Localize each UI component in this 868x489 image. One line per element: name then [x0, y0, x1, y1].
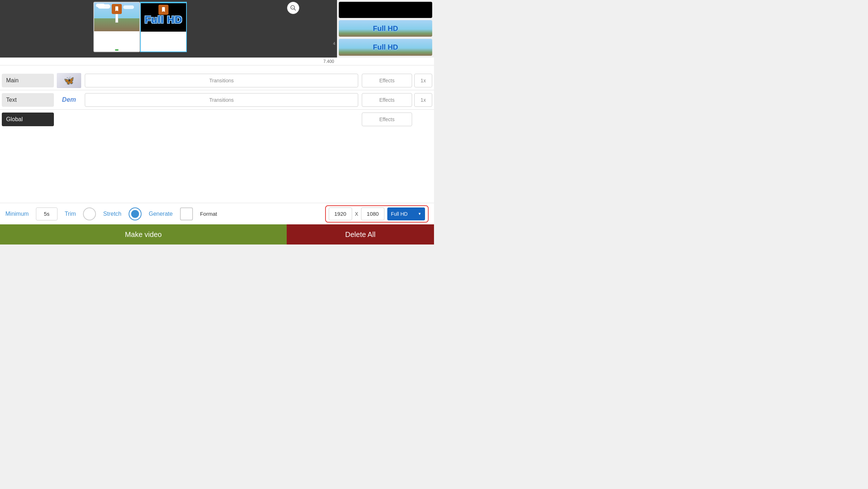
clip-1[interactable]	[93, 2, 140, 52]
preview-fullhd-text-2: Full HD	[339, 39, 432, 56]
global-effects-button[interactable]: Effects	[362, 113, 412, 126]
pin-icon	[114, 6, 120, 12]
format-section: X Full HD	[325, 205, 429, 223]
full-hd-text: Full HD	[141, 14, 186, 26]
stretch-label: Stretch	[103, 211, 121, 217]
resolution-dropdown[interactable]: Full HD	[387, 207, 425, 220]
preview-fullhd-text-1: Full HD	[339, 20, 432, 37]
text-speed-button[interactable]: 1x	[414, 93, 432, 107]
main-transitions-button[interactable]: Transitions	[85, 74, 358, 87]
timeline-track: Full HD +	[0, 0, 319, 58]
butterfly-thumbnail: 🦋	[57, 73, 81, 88]
text-track-row: Text Dem Transitions Effects 1x	[0, 90, 434, 110]
timestamp-value: 7.400	[323, 59, 334, 64]
timeline-area: Full HD + 4 Full HD	[0, 0, 434, 58]
cloud-2	[96, 4, 105, 7]
generate-label: Generate	[149, 211, 173, 217]
svg-line-1	[294, 9, 296, 10]
minimum-input[interactable]	[36, 207, 57, 220]
text-effects-button[interactable]: Effects	[362, 93, 412, 107]
timeline-ruler: 4	[319, 0, 337, 58]
magnifier-button[interactable]: +	[287, 2, 299, 14]
preview-label-2: Full HD	[373, 43, 398, 51]
tracks-area: Main 🦋 Transitions Effects 1x Text Dem T…	[0, 65, 434, 203]
timeline-clips: Full HD	[0, 0, 319, 58]
clip-pin-1[interactable]	[112, 4, 122, 14]
format-label: Format	[200, 211, 217, 217]
progress-indicator-1	[115, 49, 119, 51]
tracks-section: Main 🦋 Transitions Effects 1x Text Dem T…	[0, 71, 434, 201]
height-input[interactable]	[361, 207, 384, 220]
text-thumbnail: Dem	[57, 92, 81, 108]
pin-icon-2	[161, 7, 166, 13]
svg-text:+: +	[292, 6, 293, 9]
preview-thumb-3: Full HD	[339, 39, 432, 56]
clip-bottom-white-2	[141, 32, 186, 51]
text-demo-preview: Dem	[62, 96, 76, 104]
delete-all-button[interactable]: Delete All	[287, 224, 434, 244]
main-effects-button[interactable]: Effects	[362, 74, 412, 87]
global-track-label[interactable]: Global	[2, 113, 54, 126]
main-container: Full HD + 4 Full HD	[0, 0, 434, 244]
minimum-label: Minimum	[5, 211, 29, 217]
preview-thumb-2: Full HD	[339, 20, 432, 37]
width-input[interactable]	[329, 207, 352, 220]
action-bar: Make video Delete All	[0, 224, 434, 244]
trim-toggle[interactable]	[83, 207, 96, 220]
timestamp-row: 7.400	[0, 58, 434, 65]
text-track-label[interactable]: Text	[2, 93, 54, 107]
generate-toggle[interactable]	[180, 207, 193, 220]
main-track-label[interactable]: Main	[2, 74, 54, 87]
stretch-toggle[interactable]	[129, 207, 142, 220]
main-speed-button[interactable]: 1x	[414, 74, 432, 87]
trim-label: Trim	[65, 211, 76, 217]
clip-2[interactable]: Full HD	[140, 2, 187, 52]
preview-label-1: Full HD	[373, 24, 398, 33]
format-x-separator: X	[355, 211, 358, 217]
lighthouse	[115, 14, 118, 23]
global-track-row: Global Effects	[0, 110, 434, 129]
resolution-label: Full HD	[391, 211, 408, 217]
cloud-3	[123, 5, 134, 9]
ruler-mark-4: 4	[333, 41, 335, 46]
controls-row: Minimum Trim Stretch Generate Format X F…	[0, 203, 434, 224]
text-transitions-button[interactable]: Transitions	[85, 93, 358, 107]
preview-thumb-1	[339, 2, 432, 18]
preview-panel: Full HD Full HD	[337, 0, 434, 58]
search-icon: +	[290, 5, 296, 11]
main-track-row: Main 🦋 Transitions Effects 1x	[0, 71, 434, 90]
make-video-button[interactable]: Make video	[0, 224, 287, 244]
clip-pin-2[interactable]	[158, 5, 168, 15]
